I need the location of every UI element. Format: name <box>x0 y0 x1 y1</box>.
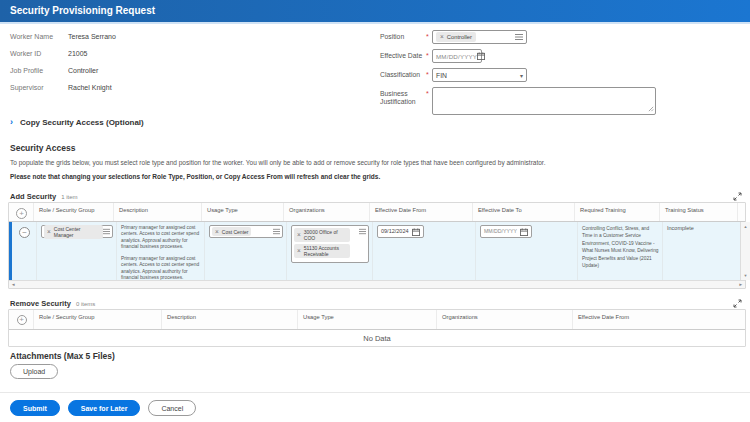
security-access-instructions: To populate the grids below, you must se… <box>10 159 730 166</box>
security-access-note: Please note that changing your selection… <box>10 173 730 180</box>
role-security-group-field[interactable]: × Cost Center Manager <box>41 225 113 238</box>
organization-2-value: 51130 Accounts Receivable <box>304 245 347 257</box>
classification-value: FIN <box>436 72 447 79</box>
submit-button[interactable]: Submit <box>10 400 60 416</box>
remove-security-label-row: Remove Security 0 items <box>10 299 95 308</box>
position-label: Position <box>380 30 426 41</box>
training-status-cell: Incomplete <box>662 222 740 280</box>
training-status-value: Incomplete <box>667 225 694 231</box>
role-security-group-cell: × Cost Center Manager <box>36 222 116 280</box>
supervisor-value: Rachel Knight <box>68 84 112 91</box>
required-training-cell: Controlling Conflict, Stress, and Time i… <box>577 222 662 280</box>
col-organizations: Organizations <box>283 203 369 221</box>
title-underline <box>0 22 750 24</box>
save-for-later-button[interactable]: Save for Later <box>68 400 141 416</box>
business-justification-label: Business Justification <box>380 87 426 106</box>
remove-add-row-header-cell: + <box>9 310 33 329</box>
remove-security-expand-icon[interactable] <box>733 299 742 309</box>
worker-name-value: Teresa Serrano <box>68 33 116 40</box>
scroll-right-icon[interactable]: ► <box>739 282 743 287</box>
copy-security-access-toggle[interactable]: › Copy Security Access (Optional) <box>10 118 144 127</box>
submit-button-label: Submit <box>23 405 47 412</box>
col-effective-date-from: Effective Date From <box>369 203 472 221</box>
usage-type-cell: × Cost Center <box>204 222 286 280</box>
add-row-icon[interactable]: + <box>16 208 27 219</box>
organizations-prompt-icon[interactable] <box>359 228 366 235</box>
usage-type-pill: × Cost Center <box>212 227 251 237</box>
organizations-field[interactable]: × 30000 Office of COO × 51130 Accounts R… <box>291 225 369 263</box>
scroll-left-icon[interactable]: ◄ <box>11 282 15 287</box>
col-required-training: Required Training <box>574 203 659 221</box>
vertical-scrollbar[interactable]: ▲ ▼ <box>740 222 750 280</box>
cancel-button[interactable]: Cancel <box>148 400 196 416</box>
rcol-organizations: Organizations <box>436 310 572 329</box>
page-title: Security Provisioning Request <box>0 0 750 22</box>
rcol-usage-type: Usage Type <box>297 310 436 329</box>
remove-organization-1-icon[interactable]: × <box>297 231 301 239</box>
request-form: Position * × Controller Effective Date *… <box>380 30 670 120</box>
textarea-resize-handle[interactable] <box>648 106 654 113</box>
worker-name-label: Worker Name <box>10 33 68 40</box>
effective-date-to-cell: MM/DD/YYYY <box>475 222 577 280</box>
no-data-text: No Data <box>363 334 391 343</box>
description-cell: Primary manager for assigned cost center… <box>116 222 204 280</box>
col-description: Description <box>113 203 201 221</box>
organization-pill-2: × 51130 Accounts Receivable <box>294 244 350 258</box>
worker-name-row: Worker Name Teresa Serrano <box>10 33 116 50</box>
effective-date-to-field[interactable]: MM/DD/YYYY <box>480 225 532 238</box>
remove-grid-add-row-icon[interactable]: + <box>17 315 27 325</box>
worker-id-label: Worker ID <box>10 50 68 57</box>
scroll-up-icon[interactable]: ▲ <box>741 224 750 229</box>
remove-organization-2-icon[interactable]: × <box>297 247 301 255</box>
effective-date-to-calendar-icon[interactable] <box>520 228 528 236</box>
col-role-security-group: Role / Security Group <box>33 203 113 221</box>
copy-security-access-label: Copy Security Access (Optional) <box>20 118 144 127</box>
organization-pill-1: × 30000 Office of COO <box>294 228 350 242</box>
col-training-status: Training Status <box>659 203 737 221</box>
remove-security-grid: + Role / Security Group Description Usag… <box>8 309 746 347</box>
business-justification-textarea[interactable] <box>432 87 656 115</box>
col-effective-date-to: Effective Date To <box>472 203 574 221</box>
effective-date-from-calendar-icon[interactable] <box>412 228 420 236</box>
position-pill-label: Controller <box>447 34 472 41</box>
remove-role-icon[interactable]: × <box>47 228 51 236</box>
no-data-row: No Data <box>9 330 745 346</box>
supervisor-label: Supervisor <box>10 84 68 91</box>
classification-caret-icon: ▾ <box>520 72 523 79</box>
effective-date-to-placeholder: MM/DD/YYYY <box>484 228 517 235</box>
position-row: Position * × Controller <box>380 30 670 44</box>
scroll-down-icon[interactable]: ▼ <box>741 273 750 278</box>
add-security-data-row: − × Cost Center Manager Primary manager … <box>9 222 745 280</box>
upload-button[interactable]: Upload <box>10 364 58 379</box>
remove-security-title: Remove Security <box>10 299 71 308</box>
add-security-grid: + Role / Security Group Description Usag… <box>8 202 746 289</box>
supervisor-row: Supervisor Rachel Knight <box>10 84 116 101</box>
add-security-count: 1 item <box>61 194 77 200</box>
horizontal-scrollbar[interactable]: ◄ ► <box>9 280 745 288</box>
row-expander-cell: − <box>12 222 36 280</box>
rcol-description: Description <box>161 310 297 329</box>
role-prompt-icon[interactable] <box>103 228 110 235</box>
remove-position-icon[interactable]: × <box>440 33 444 41</box>
effective-date-calendar-icon[interactable] <box>477 52 485 60</box>
effective-date-from-field[interactable]: 09/12/2024 <box>377 225 424 238</box>
position-prompt-icon[interactable] <box>515 33 523 41</box>
worker-id-value: 21005 <box>68 50 87 57</box>
save-for-later-button-label: Save for Later <box>81 405 128 412</box>
role-security-group-value: Cost Center Manager <box>54 226 100 238</box>
remove-usage-type-icon[interactable]: × <box>215 228 219 236</box>
usage-type-field[interactable]: × Cost Center <box>209 225 283 238</box>
cancel-button-label: Cancel <box>161 405 183 412</box>
upload-button-label: Upload <box>23 368 45 375</box>
position-field[interactable]: × Controller <box>432 30 527 44</box>
rcol-role-security-group: Role / Security Group <box>33 310 161 329</box>
add-row-header-cell: + <box>9 203 33 221</box>
add-security-expand-icon[interactable] <box>733 192 742 202</box>
add-security-label-row: Add Security 1 item <box>10 192 78 201</box>
classification-select[interactable]: FIN ▾ <box>432 68 527 82</box>
remove-row-icon[interactable]: − <box>19 227 30 238</box>
usage-type-prompt-icon[interactable] <box>273 228 280 235</box>
job-profile-label: Job Profile <box>10 67 68 74</box>
effective-date-field[interactable]: MM/DD/YYYY <box>432 49 482 63</box>
business-justification-row: Business Justification * <box>380 87 670 115</box>
